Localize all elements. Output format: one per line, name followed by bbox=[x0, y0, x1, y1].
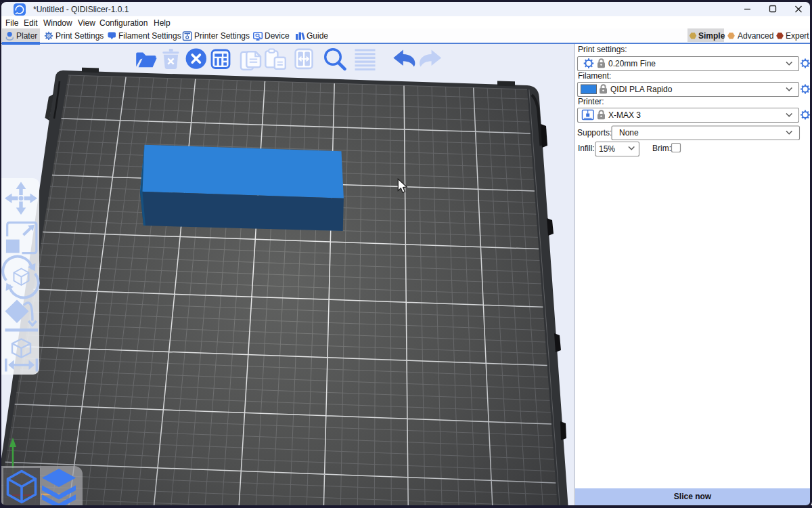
svg-text:Printer:: Printer: bbox=[578, 97, 604, 106]
svg-text:X-MAX 3: X-MAX 3 bbox=[608, 110, 641, 120]
svg-text:Brim:: Brim: bbox=[652, 144, 671, 153]
svg-text:Filament:: Filament: bbox=[578, 71, 611, 81]
svg-text:QIDI PLA Rapido: QIDI PLA Rapido bbox=[610, 85, 673, 94]
svg-text:Infill:: Infill: bbox=[578, 144, 595, 153]
svg-text:15%: 15% bbox=[599, 144, 615, 154]
svg-text:None: None bbox=[619, 128, 639, 137]
svg-text:0.20mm Fine: 0.20mm Fine bbox=[608, 59, 656, 68]
svg-text:Print settings:: Print settings: bbox=[578, 45, 627, 54]
svg-text:Supports:: Supports: bbox=[577, 128, 612, 137]
